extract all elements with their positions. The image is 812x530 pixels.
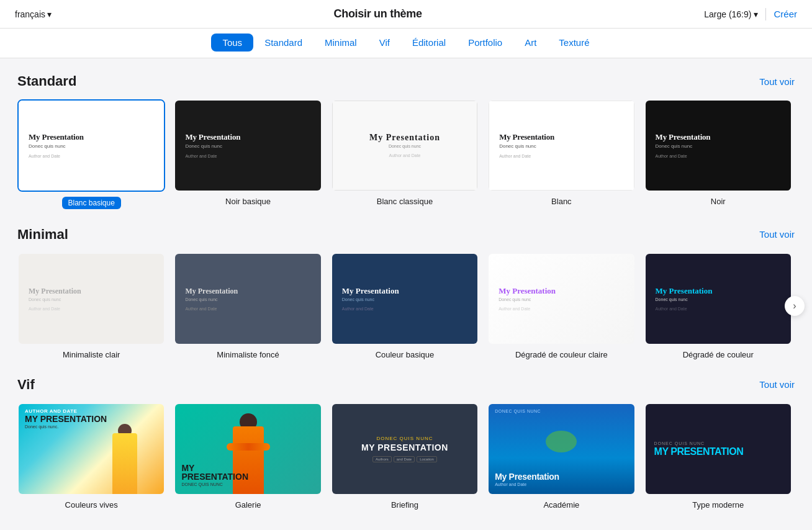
pres-title: My Presentation [498, 286, 624, 296]
theme-blanc-classique[interactable]: My Presentation Donec quis nunc Author a… [331, 99, 479, 209]
app-header: français ▾ Choisir un thème Large (16:9)… [0, 0, 812, 29]
thumb-content-type-moderne: DONEC QUIS NUNC MY PRESENTATION [646, 404, 791, 494]
theme-thumb-minimaliste-fonce: My Presentation Donec quis nunc Author a… [174, 253, 322, 345]
theme-galerie[interactable]: MYPRESENTATION DONEC QUIS NUNC Galerie [174, 403, 322, 510]
thumb-content-couleur-basique: My Presentation Donec quis nunc Author a… [332, 254, 477, 344]
pres-subtitle: Donec quis nunc [29, 297, 154, 302]
theme-thumb-minimaliste-clair: My Presentation Donec quis nunc Author a… [17, 253, 165, 345]
pres-title: MY PRESENTATION [25, 415, 107, 423]
thumb-content-galerie: MYPRESENTATION DONEC QUIS NUNC [175, 404, 320, 494]
pres-title: My Presentation [656, 132, 781, 142]
theme-couleurs-vives[interactable]: AUTHOR AND DATE MY PRESENTATION Donec qu… [17, 403, 165, 510]
thumb-content-degrade-clair: My Presentation Donec quis nunc Author a… [489, 254, 634, 344]
pres-subtitle: Donec quis nunc [361, 436, 448, 441]
theme-briefing[interactable]: Donec quis nunc MY PRESENTATION Authors … [331, 403, 479, 510]
thumb-content-academie: Donec quis nunc My Presentation Author a… [489, 404, 634, 494]
theme-thumb-noir: My Presentation Donec quis nunc Author a… [644, 99, 792, 192]
theme-selected-label: Blanc basique [62, 197, 121, 209]
minimal-scroll-right[interactable]: › [785, 296, 805, 316]
theme-thumb-couleur-basique: My Presentation Donec quis nunc Author a… [331, 253, 479, 345]
theme-label-degrade-couleur-claire: Dégradé de couleur claire [515, 350, 608, 359]
language-selector[interactable]: français ▾ [15, 9, 52, 19]
pres-title: MY PRESENTATION [654, 447, 782, 457]
size-selector[interactable]: Large (16:9) ▾ [704, 9, 758, 19]
pres-title: My Presentation [495, 472, 559, 482]
main-content: Standard Tout voir My Presentation Donec… [0, 58, 812, 530]
minimal-section-header: Minimal Tout voir [17, 227, 795, 243]
thumb-text-overlay: Donec quis nunc MY PRESENTATION Authors … [361, 436, 448, 462]
theme-thumb-couleurs-vives: AUTHOR AND DATE MY PRESENTATION Donec qu… [17, 403, 165, 495]
language-chevron-icon: ▾ [47, 9, 52, 19]
vif-section-header: Vif Tout voir [17, 377, 795, 393]
thumb-content-blanc-basique: My Presentation Donec quis nunc Author a… [19, 101, 164, 191]
pres-subtitle: Donec quis nunc [389, 144, 421, 148]
size-label: Large (16:9) [704, 9, 751, 19]
theme-type-moderne[interactable]: DONEC QUIS NUNC MY PRESENTATION Type mod… [644, 403, 792, 510]
thumb-content-couleurs-vives: AUTHOR AND DATE MY PRESENTATION Donec qu… [19, 404, 164, 494]
tab-editorial[interactable]: Éditorial [401, 34, 457, 52]
tab-tous[interactable]: Tous [211, 34, 253, 52]
theme-academie[interactable]: Donec quis nunc My Presentation Author a… [487, 403, 635, 510]
vif-tout-voir[interactable]: Tout voir [759, 379, 795, 390]
theme-couleur-basique[interactable]: My Presentation Donec quis nunc Author a… [331, 253, 479, 359]
theme-label-type-moderne: Type moderne [692, 500, 744, 510]
size-chevron-icon: ▾ [754, 9, 758, 19]
pres-subtitle: Donec quis nunc [185, 297, 310, 302]
thumb-text-overlay: AUTHOR AND DATE MY PRESENTATION Donec qu… [25, 409, 107, 429]
theme-degrade-couleur-claire[interactable]: My Presentation Donec quis nunc Author a… [487, 253, 635, 359]
turtle-figure [546, 431, 577, 452]
standard-tout-voir[interactable]: Tout voir [759, 76, 795, 87]
thumb-content-briefing: Donec quis nunc MY PRESENTATION Authors … [332, 404, 477, 494]
minimal-tout-voir[interactable]: Tout voir [759, 229, 795, 240]
minimal-themes-wrapper: My Presentation Donec quis nunc Author a… [17, 253, 795, 359]
theme-thumb-galerie: MYPRESENTATION DONEC QUIS NUNC [174, 403, 322, 495]
pres-author: Author and Date [495, 482, 559, 487]
theme-label-minimaliste-fonce: Minimaliste foncé [217, 350, 279, 359]
theme-thumb-blanc: My Presentation Donec quis nunc Author a… [487, 99, 635, 192]
theme-blanc-basique[interactable]: My Presentation Donec quis nunc Author a… [17, 99, 165, 209]
theme-thumb-noir-basique: My Presentation Donec quis nunc Author a… [174, 99, 322, 192]
theme-minimaliste-fonce[interactable]: My Presentation Donec quis nunc Author a… [174, 253, 322, 359]
pres-title: My Presentation [499, 132, 623, 142]
thumb-text-overlay: Donec quis nunc [495, 409, 628, 413]
tab-minimal[interactable]: Minimal [314, 34, 368, 52]
pres-author: Author and Date [498, 307, 624, 311]
tab-portfolio[interactable]: Portfolio [457, 34, 513, 52]
theme-noir[interactable]: My Presentation Donec quis nunc Author a… [644, 99, 792, 209]
pres-title: My Presentation [185, 132, 310, 142]
pres-subtitle: Donec quis nunc [498, 297, 624, 302]
theme-label-blanc: Blanc [551, 197, 572, 206]
theme-label-degrade-couleur: Dégradé de couleur [683, 350, 754, 359]
theme-minimaliste-clair[interactable]: My Presentation Donec quis nunc Author a… [17, 253, 165, 359]
tab-texture[interactable]: Texturé [548, 34, 600, 52]
vif-themes-row: AUTHOR AND DATE MY PRESENTATION Donec qu… [17, 403, 795, 510]
pres-tags: Authors and Date Location [361, 456, 448, 462]
pres-title: MY PRESENTATION [361, 442, 448, 452]
theme-degrade-couleur[interactable]: My Presentation Donec quis nunc Author a… [644, 253, 792, 359]
pres-subtitle: Donec quis nunc. [25, 424, 107, 429]
pres-subtitle: Donec quis nunc [656, 297, 781, 302]
thumb-content-minimaliste-fonce: My Presentation Donec quis nunc Author a… [175, 254, 320, 344]
theme-label-minimaliste-clair: Minimaliste clair [63, 350, 120, 359]
theme-label-couleur-basique: Couleur basique [376, 350, 435, 359]
pres-author: Author and Date [342, 307, 467, 311]
create-button[interactable]: Créer [774, 9, 797, 19]
theme-blanc[interactable]: My Presentation Donec quis nunc Author a… [487, 99, 635, 209]
pres-bottom-text: My Presentation Author and Date [495, 472, 559, 487]
pres-title: My Presentation [369, 133, 440, 143]
pres-author: Author and Date [29, 154, 154, 158]
pres-sub-top: DONEC QUIS NUNC [654, 441, 782, 446]
theme-label-academie: Académie [543, 500, 579, 510]
pres-title: My Presentation [342, 286, 467, 296]
theme-noir-basique[interactable]: My Presentation Donec quis nunc Author a… [174, 99, 322, 209]
tab-standard[interactable]: Standard [253, 34, 314, 52]
standard-section-header: Standard Tout voir [17, 73, 795, 89]
pres-title: My Presentation [656, 286, 781, 296]
pres-subtitle: Donec quis nunc [185, 143, 310, 149]
thumb-content-noir: My Presentation Donec quis nunc Author a… [646, 101, 791, 191]
standard-section-title: Standard [17, 73, 76, 89]
pres-subtitle: Donec quis nunc [342, 297, 467, 302]
pres-author: Author and Date [389, 153, 420, 158]
tab-vif[interactable]: Vif [368, 34, 401, 52]
tab-art[interactable]: Art [513, 34, 548, 52]
